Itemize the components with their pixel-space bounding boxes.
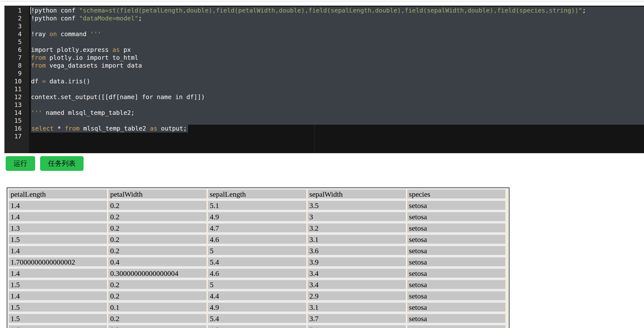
table-cell: 5 (208, 246, 306, 255)
code-segment: ; (582, 7, 586, 14)
table-row: 1.40.24.93setosa (9, 212, 507, 221)
table-cell: setosa (407, 303, 505, 312)
code-segment: ''' (90, 30, 101, 38)
column-header: petalLength (9, 190, 107, 198)
table-cell: 1.5 (9, 235, 107, 244)
table-cell: 4.7 (208, 224, 306, 232)
top-divider (0, 1, 644, 2)
table-cell: setosa (407, 291, 505, 300)
table-cell: 1.5 (9, 280, 107, 289)
code-line-content: from vega_datasets import data (31, 62, 644, 70)
table-cell: 1.5 (9, 303, 107, 312)
code-area[interactable]: !python conf "schema=st(field(petalLengt… (29, 6, 644, 153)
table-cell: setosa (407, 325, 505, 328)
code-segment: !python conf (31, 7, 79, 14)
table-cell: 0.1 (108, 303, 206, 312)
table-cell: 0.2 (108, 212, 206, 221)
code-line[interactable]: df = data.iris() (29, 78, 644, 85)
code-segment: select (32, 125, 54, 132)
table-cell: 4.8 (208, 325, 306, 328)
table-row: 1.60.24.83.4setosa (9, 325, 507, 328)
code-line[interactable]: select * from mlsql_temp_table2 as outpu… (29, 125, 644, 132)
table-cell: setosa (407, 269, 505, 278)
code-line[interactable]: import plotly.express as px (29, 46, 644, 54)
table-cell: 4.9 (208, 303, 306, 312)
code-editor[interactable]: 1234567891011121314151617 !python conf "… (4, 6, 644, 153)
table-cell: 3.2 (308, 224, 406, 232)
result-table: petalLengthpetalWidthsepalLengthsepalWid… (7, 187, 510, 328)
code-line[interactable]: from vega_datasets import data (29, 62, 644, 70)
line-number: 3 (4, 22, 29, 30)
table-cell: 3.7 (308, 314, 406, 323)
code-line[interactable] (29, 132, 644, 140)
table-cell: 0.2 (108, 235, 206, 244)
code-line-content: !python conf "schema=st(field(petalLengt… (31, 7, 644, 14)
line-number: 9 (4, 70, 29, 78)
code-line-content (31, 117, 644, 125)
table-cell: 3.1 (308, 303, 406, 312)
table-cell: 1.4 (9, 201, 107, 210)
table-cell: 0.2 (108, 325, 206, 328)
code-segment: command (57, 30, 90, 38)
code-line[interactable]: !python conf "schema=st(field(petalLengt… (29, 7, 644, 14)
code-segment: from (31, 62, 46, 69)
table-cell: setosa (407, 212, 505, 221)
table-cell: 0.30000000000000004 (108, 269, 206, 278)
table-cell: 3.9 (308, 258, 406, 266)
code-segment: from (31, 54, 46, 61)
code-line-content: ''' named mlsql_temp_table2; (31, 109, 644, 117)
table-cell: 3.4 (308, 280, 406, 289)
code-line-content (31, 38, 644, 46)
code-line[interactable]: from plotly.io import to_html (29, 54, 644, 62)
table-row: 1.40.24.42.9setosa (9, 291, 507, 300)
code-segment: mlsql_temp_table2 (80, 125, 150, 132)
code-segment: "dataMode=model" (79, 15, 138, 22)
table-cell: 0.2 (108, 314, 206, 323)
page: { "page": { "background": "#ffffff", "to… (0, 0, 644, 328)
code-segment: named mlsql_temp_table2; (42, 109, 134, 116)
table-cell: 0.2 (108, 201, 206, 210)
code-line-content (31, 70, 644, 78)
table-cell: 0.2 (108, 246, 206, 255)
code-line[interactable] (29, 85, 644, 93)
code-line[interactable]: !ray on command ''' (29, 30, 644, 38)
table-cell: 3 (308, 212, 406, 221)
code-line[interactable] (29, 22, 644, 30)
line-number: 15 (4, 117, 29, 125)
code-segment: data.iris() (46, 78, 90, 85)
table-cell: 4.6 (208, 235, 306, 244)
code-line[interactable]: !python conf "dataMode=model"; (29, 14, 644, 22)
code-line-content: import plotly.express as px (31, 46, 644, 54)
line-number: 4 (4, 30, 29, 38)
code-line-content: df = data.iris() (31, 78, 644, 85)
task-list-button[interactable]: 任务列表 (40, 156, 84, 171)
table-row: 1.40.253.6setosa (9, 246, 507, 255)
code-segment: * (54, 125, 65, 132)
line-number: 16 (4, 125, 29, 132)
table-cell: setosa (407, 201, 505, 210)
code-segment: ''' (31, 109, 42, 116)
code-line[interactable] (29, 38, 644, 46)
code-line-content: context.set_output([[df[name] for name i… (31, 93, 644, 101)
line-number: 2 (4, 14, 29, 22)
table-cell: 0.2 (108, 291, 206, 300)
code-line[interactable] (29, 101, 644, 109)
table-cell: 1.6 (9, 325, 107, 328)
code-line[interactable]: context.set_output([[df[name] for name i… (29, 93, 644, 101)
column-header: sepalLength (208, 190, 306, 198)
code-line[interactable]: ''' named mlsql_temp_table2; (29, 109, 644, 117)
table-cell: 5 (208, 280, 306, 289)
code-segment: "schema=st(field(petalLength,double),fie… (79, 7, 582, 14)
code-line[interactable] (29, 70, 644, 78)
table-cell: setosa (407, 224, 505, 232)
table-cell: setosa (407, 314, 505, 323)
line-number: 7 (4, 54, 29, 62)
table-cell: 0.2 (108, 224, 206, 232)
table-cell: 3.5 (308, 201, 406, 210)
run-button[interactable]: 运行 (6, 156, 35, 171)
table-row: 1.50.14.93.1setosa (9, 303, 507, 312)
line-number: 1 (4, 7, 29, 14)
code-line[interactable] (29, 117, 644, 125)
code-segment: ; (138, 15, 142, 22)
table-row: 1.70000000000000020.45.43.9setosa (9, 258, 507, 266)
